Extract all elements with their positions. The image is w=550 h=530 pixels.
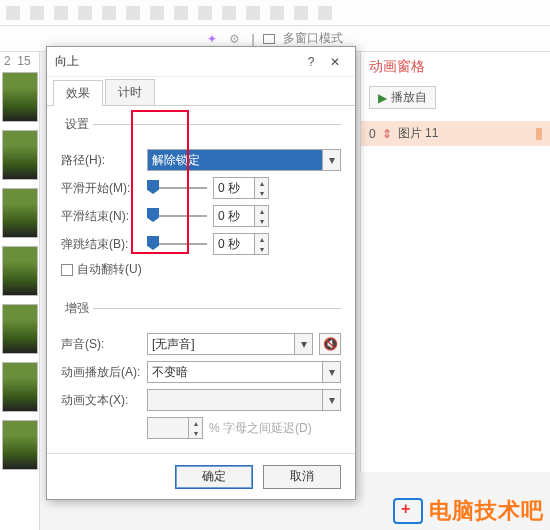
smooth-start-label: 平滑开始(M): xyxy=(61,180,141,197)
sound-label: 声音(S): xyxy=(61,336,141,353)
dialog-title: 向上 xyxy=(55,53,299,70)
cancel-button[interactable]: 取消 xyxy=(263,465,341,489)
anim-text-label: 动画文本(X): xyxy=(61,392,141,409)
bounce-end-label: 弹跳结束(B): xyxy=(61,236,141,253)
letter-delay-label: % 字母之间延迟(D) xyxy=(209,420,312,437)
slide-thumbnail[interactable] xyxy=(2,304,38,354)
slide-thumbnail[interactable] xyxy=(2,246,38,296)
tool-icon[interactable] xyxy=(270,6,284,20)
dialog-titlebar: 向上 ? ✕ xyxy=(47,47,355,77)
smooth-end-slider[interactable] xyxy=(147,205,207,227)
spin-up-icon[interactable]: ▴ xyxy=(255,234,268,244)
tool-icon[interactable] xyxy=(294,6,308,20)
bounce-end-slider[interactable] xyxy=(147,233,207,255)
letter-delay-spin: ▴▾ xyxy=(147,417,203,439)
multiwindow-label[interactable]: 多窗口模式 xyxy=(283,30,343,47)
auto-reverse-checkbox[interactable]: 自动翻转(U) xyxy=(61,261,341,278)
sound-volume-button[interactable]: 🔇 xyxy=(319,333,341,355)
slide-thumbnail[interactable] xyxy=(2,130,38,180)
timing-bar xyxy=(536,128,542,140)
sound-combo[interactable]: [无声音] ▾ xyxy=(147,333,313,355)
after-anim-combo[interactable]: 不变暗 ▾ xyxy=(147,361,341,383)
tool-icon[interactable] xyxy=(198,6,212,20)
checkbox-icon[interactable] xyxy=(61,264,73,276)
chevron-down-icon: ▾ xyxy=(322,390,340,410)
animation-pane-title: 动画窗格 xyxy=(361,52,550,82)
top-toolbar xyxy=(0,0,550,26)
play-from-button[interactable]: ▶ 播放自 xyxy=(369,86,436,109)
chevron-down-icon[interactable]: ▾ xyxy=(322,150,340,170)
smooth-end-label: 平滑结束(N): xyxy=(61,208,141,225)
slide-thumbnail[interactable] xyxy=(2,72,38,122)
tool-icon[interactable] xyxy=(222,6,236,20)
window-icon xyxy=(263,34,275,44)
spin-down-icon: ▾ xyxy=(189,428,202,438)
settings-group: 设置 路径(H): 解除锁定 ▾ 平滑开始(M): 0 秒 ▴▾ 平滑结束(N)… xyxy=(61,116,341,288)
tool-icon[interactable] xyxy=(318,6,332,20)
watermark-logo-icon xyxy=(393,498,423,524)
smooth-start-slider[interactable] xyxy=(147,177,207,199)
tool-icon[interactable] xyxy=(150,6,164,20)
tool-icon[interactable] xyxy=(30,6,44,20)
tab-timing[interactable]: 计时 xyxy=(105,79,155,105)
slide-thumbnail-pane: 2 15 xyxy=(0,52,40,530)
spark-icon[interactable]: ✦ xyxy=(207,32,221,46)
anim-text-combo: ▾ xyxy=(147,389,341,411)
slide-thumbnail[interactable] xyxy=(2,362,38,412)
tool-icon[interactable] xyxy=(54,6,68,20)
smooth-end-spin[interactable]: 0 秒 ▴▾ xyxy=(213,205,269,227)
tool-icon[interactable] xyxy=(102,6,116,20)
spin-up-icon[interactable]: ▴ xyxy=(255,206,268,216)
motion-path-icon: ⇕ xyxy=(382,127,392,141)
close-button[interactable]: ✕ xyxy=(323,55,347,69)
ok-button[interactable]: 确定 xyxy=(175,465,253,489)
path-combo[interactable]: 解除锁定 ▾ xyxy=(147,149,341,171)
tool-icon[interactable] xyxy=(246,6,260,20)
after-anim-label: 动画播放后(A): xyxy=(61,364,141,381)
tool-icon[interactable] xyxy=(126,6,140,20)
watermark-text: 电脑技术吧 xyxy=(429,496,544,526)
spin-up-icon: ▴ xyxy=(189,418,202,428)
play-icon: ▶ xyxy=(378,91,387,105)
chevron-down-icon[interactable]: ▾ xyxy=(322,362,340,382)
animation-pane: 动画窗格 ▶ 播放自 0 ⇕ 图片 11 xyxy=(360,52,550,472)
gear-icon[interactable]: ⚙ xyxy=(229,32,243,46)
tab-effect[interactable]: 效果 xyxy=(53,80,103,106)
watermark: 电脑技术吧 xyxy=(393,496,544,526)
animation-item[interactable]: 0 ⇕ 图片 11 xyxy=(361,121,550,146)
dialog-footer: 确定 取消 xyxy=(47,453,355,499)
enhance-group: 增强 声音(S): [无声音] ▾ 🔇 动画播放后(A): 不变暗 ▾ 动画文本… xyxy=(61,300,341,449)
tool-icon[interactable] xyxy=(174,6,188,20)
smooth-start-spin[interactable]: 0 秒 ▴▾ xyxy=(213,177,269,199)
chevron-down-icon[interactable]: ▾ xyxy=(294,334,312,354)
effect-options-dialog: 向上 ? ✕ 效果 计时 设置 路径(H): 解除锁定 ▾ 平滑开始(M): 0… xyxy=(46,46,356,500)
spin-down-icon[interactable]: ▾ xyxy=(255,244,268,254)
slide-thumbnail[interactable] xyxy=(2,420,38,470)
help-button[interactable]: ? xyxy=(299,55,323,69)
tool-icon[interactable] xyxy=(78,6,92,20)
dialog-tabs: 效果 计时 xyxy=(47,77,355,106)
tool-icon[interactable] xyxy=(6,6,20,20)
path-label: 路径(H): xyxy=(61,152,141,169)
slide-thumbnail[interactable] xyxy=(2,188,38,238)
spin-down-icon[interactable]: ▾ xyxy=(255,216,268,226)
spin-down-icon[interactable]: ▾ xyxy=(255,188,268,198)
spin-up-icon[interactable]: ▴ xyxy=(255,178,268,188)
bounce-end-spin[interactable]: 0 秒 ▴▾ xyxy=(213,233,269,255)
